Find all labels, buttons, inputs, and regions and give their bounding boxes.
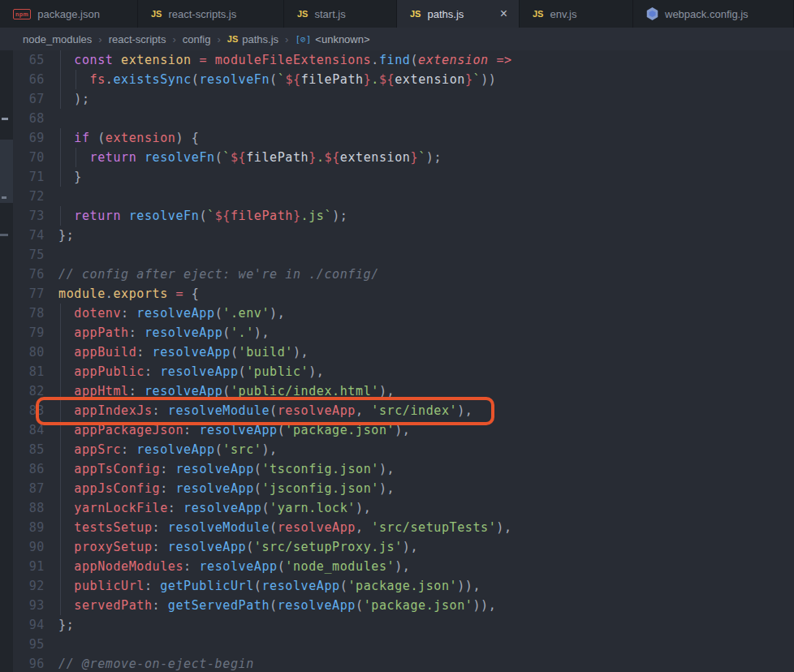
line-number[interactable]: 74 [13,226,45,245]
minimap-sliver[interactable] [0,50,13,672]
breadcrumb-item[interactable]: [⊘]<unknown> [295,33,369,45]
code-line[interactable]: 81appPublic: resolveApp('public'), [13,362,794,381]
line-number[interactable]: 93 [13,596,45,615]
code-line[interactable]: 68 [13,109,794,128]
code-line[interactable]: 74}; [13,226,794,245]
code-line[interactable]: 82appHtml: resolveApp('public/index.html… [13,381,794,401]
token: resolveApp [136,442,214,457]
code-line[interactable]: 94}; [13,615,794,635]
line-number[interactable]: 70 [13,148,45,167]
tab-webpack.config.js[interactable]: webpack.config.js [633,0,794,28]
line-number[interactable]: 72 [13,187,45,206]
tab-paths.js[interactable]: JSpaths.js× [397,0,520,28]
line-number[interactable]: 65 [13,50,45,70]
line-number[interactable]: 84 [13,420,45,440]
line-number[interactable]: 66 [13,70,45,89]
line-number[interactable]: 81 [13,362,45,381]
code-line[interactable]: 90proxySetup: resolveApp('src/setupProxy… [13,537,794,557]
code-line[interactable]: 69if (extension) { [13,128,794,148]
tab-env.js[interactable]: JSenv.js [520,0,633,28]
code-line[interactable]: 75 [13,245,794,265]
code-area[interactable]: 65const extension = moduleFileExtensions… [13,50,794,672]
code-line[interactable]: 71} [13,167,794,187]
breadcrumb-item[interactable]: node_modules [23,33,92,45]
code-line[interactable]: 66fs.existsSync(resolveFn(`${filePath}.$… [13,70,794,89]
line-number[interactable]: 67 [13,89,45,109]
line-number[interactable]: 96 [13,654,45,672]
line-number[interactable]: 78 [13,304,45,323]
code-line[interactable]: 87appJsConfig: resolveApp('jsconfig.json… [13,479,794,498]
line-number[interactable]: 82 [13,381,45,401]
line-number[interactable]: 91 [13,557,45,576]
token: 'public' [246,364,309,379]
breadcrumb-item[interactable]: react-scripts [109,33,166,45]
code-line[interactable]: 67); [13,89,794,109]
line-number[interactable]: 86 [13,459,45,479]
line-number[interactable]: 77 [13,284,45,304]
line-number[interactable]: 69 [13,128,45,148]
code-line[interactable]: 76// config after eject: we're in ./conf… [13,265,794,284]
token: } [465,72,473,87]
token: find [379,53,411,67]
tab-start.js[interactable]: JSstart.js [284,0,397,28]
line-number[interactable]: 73 [13,206,45,226]
line-number[interactable]: 71 [13,167,45,187]
code-line[interactable]: 70return resolveFn(`${filePath}.${extens… [13,148,794,167]
code-line[interactable]: 65const extension = moduleFileExtensions… [13,50,794,70]
token: = [199,53,214,67]
token: appTsConfig [74,462,160,476]
code-line[interactable]: 86appTsConfig: resolveApp('tsconfig.json… [13,459,794,479]
code-text: appTsConfig: resolveApp('tsconfig.json')… [58,459,395,479]
code-editor[interactable]: 65const extension = moduleFileExtensions… [0,50,794,672]
line-number[interactable]: 89 [13,518,45,537]
line-number[interactable]: 88 [13,498,45,518]
line-number[interactable]: 68 [13,109,45,128]
code-line[interactable]: 85appSrc: resolveApp('src'), [13,440,794,459]
code-line[interactable]: 91appNodeModules: resolveApp('node_modul… [13,557,794,576]
indent-guide [76,148,76,167]
code-text: return resolveFn(`${filePath}.${extensio… [58,148,442,167]
code-line[interactable]: 78dotenv: resolveApp('.env'), [13,304,794,323]
line-number[interactable]: 85 [13,440,45,459]
line-number[interactable]: 79 [13,323,45,342]
symbol-icon: [⊘] [295,34,311,45]
code-text: dotenv: resolveApp('.env'), [58,304,285,323]
line-number[interactable]: 83 [13,401,45,420]
js-icon: JS [533,9,543,19]
code-line[interactable]: 83appIndexJs: resolveModule(resolveApp, … [13,401,794,420]
code-line[interactable]: 84appPackageJson: resolveApp('package.js… [13,420,794,440]
tab-package.json[interactable]: npmpackage.json [0,0,138,28]
token: ( [270,598,278,613]
js-icon: JS [410,9,421,19]
breadcrumb-item[interactable]: config [183,33,211,45]
token: . [106,72,114,87]
code-line[interactable]: 88yarnLockFile: resolveApp('yarn.lock'), [13,498,794,518]
token: ), [254,325,270,340]
code-line[interactable]: 95 [13,635,794,654]
line-number[interactable]: 75 [13,245,45,265]
minimap-viewport[interactable] [0,140,13,203]
code-line[interactable]: 92publicUrl: getPublicUrl(resolveApp('pa… [13,576,794,596]
code-line[interactable]: 79appPath: resolveApp('.'), [13,323,794,342]
code-line[interactable]: 96// @remove-on-eject-begin [13,654,794,672]
code-line[interactable]: 77module.exports = { [13,284,794,304]
tab-react-scripts.js[interactable]: JSreact-scripts.js [138,0,284,28]
line-number[interactable]: 92 [13,576,45,596]
line-number[interactable]: 87 [13,479,45,498]
code-line[interactable]: 93servedPath: getServedPath(resolveApp('… [13,596,794,615]
token: ( [192,72,200,87]
line-number[interactable]: 76 [13,265,45,284]
code-text: appBuild: resolveApp('build'), [58,342,309,362]
line-number[interactable]: 94 [13,615,45,635]
breadcrumb-item[interactable]: JSpaths.js [227,33,278,45]
code-line[interactable]: 72 [13,187,794,206]
line-number[interactable]: 80 [13,342,45,362]
breadcrumb-label: <unknown> [315,33,369,45]
line-number[interactable]: 90 [13,537,45,557]
token: ), [379,462,395,476]
line-number[interactable]: 95 [13,635,45,654]
code-line[interactable]: 80appBuild: resolveApp('build'), [13,342,794,362]
code-line[interactable]: 89testsSetup: resolveModule(resolveApp, … [13,518,794,537]
code-line[interactable]: 73return resolveFn(`${filePath}.js`); [13,206,794,226]
close-icon[interactable]: × [498,6,509,21]
